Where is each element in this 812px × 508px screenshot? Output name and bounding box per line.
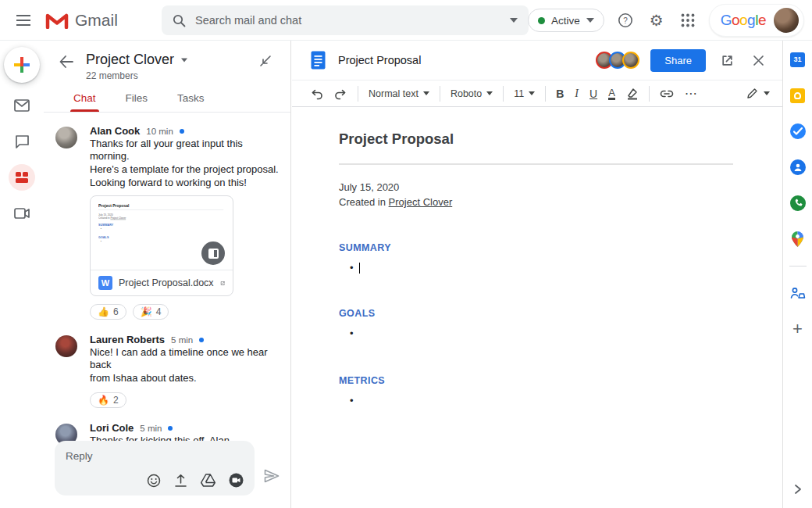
svg-text:?: ? [623, 16, 628, 25]
message-lauren-roberts: Lauren Roberts 5 min Nice! I can add a t… [55, 334, 280, 408]
status-caret-icon [586, 18, 594, 23]
undo-icon[interactable] [304, 84, 329, 103]
insert-link-icon[interactable] [654, 84, 679, 103]
close-icon[interactable] [748, 50, 768, 70]
reaction-chip[interactable]: 🔥 2 [90, 392, 126, 408]
doc-panel: Project Proposal Share Norma [292, 41, 782, 508]
tasks-icon[interactable] [789, 122, 807, 141]
message-text: Thanks for all your great input this mor… [90, 138, 280, 163]
chat-nav-icon[interactable] [9, 128, 35, 155]
apps-grid-icon[interactable] [678, 10, 698, 30]
doc-toolbar: Normal text Roboto 11 B I U A ⋯ [292, 80, 782, 107]
hide-side-panel-chevron-icon[interactable] [792, 483, 803, 499]
doc-date: July 15, 2020 [339, 180, 782, 195]
document-preview-thumbnail[interactable]: Project Proposal July 15, 2020 Created i… [91, 196, 233, 270]
redo-icon[interactable] [329, 84, 353, 103]
doc-title: Project Proposal [338, 54, 596, 66]
open-in-new-icon[interactable] [220, 277, 225, 289]
font-size-selector[interactable]: 11 [508, 84, 540, 103]
font-selector[interactable]: Roboto [445, 84, 498, 103]
attachment-filename: Project Proposal.docx [119, 277, 214, 288]
avatar[interactable] [622, 52, 639, 69]
section-goals: GOALS • [339, 308, 782, 339]
gmail-m-icon [45, 11, 69, 29]
text-color-button[interactable]: A [603, 84, 621, 103]
section-title: METRICS [339, 375, 782, 386]
drive-icon[interactable] [201, 474, 215, 487]
attachment-footer[interactable]: W Project Proposal.docx [91, 270, 233, 295]
section-summary: SUMMARY • [339, 242, 782, 274]
heading-divider [339, 163, 733, 165]
tab-tasks[interactable]: Tasks [177, 92, 205, 112]
keep-icon[interactable] [789, 86, 807, 105]
doc-body[interactable]: Project Proposal July 15, 2020 Created i… [292, 107, 782, 406]
google-docs-icon [311, 51, 326, 70]
mail-nav-icon[interactable] [9, 92, 35, 119]
status-selector[interactable]: Active [528, 9, 604, 32]
text-cursor [359, 263, 361, 274]
back-arrow-icon[interactable] [59, 55, 73, 71]
more-options-icon[interactable]: ⋯ [679, 84, 704, 103]
collapse-icon[interactable] [259, 55, 272, 70]
calendar-icon[interactable]: 31 [789, 50, 807, 69]
upload-icon[interactable] [174, 474, 187, 488]
paragraph-style-selector[interactable]: Normal text [363, 84, 435, 103]
side-panel-rail: 31 + [782, 41, 812, 508]
topbar-actions: Active ? ⚙ Google [528, 0, 804, 41]
message-text: Nice! I can add a timeline once we hear … [90, 346, 280, 371]
hamburger-menu-icon[interactable] [6, 3, 41, 38]
reply-input[interactable]: Reply [55, 441, 255, 495]
compose-button[interactable] [4, 47, 40, 83]
pencil-icon [746, 88, 758, 99]
message-text: Looking forward to working on this! [90, 177, 280, 189]
doc-header: Project Proposal Share [292, 41, 782, 80]
reply-placeholder: Reply [66, 450, 244, 462]
gmail-app: Gmail Search mail and chat Active ? ⚙ [0, 0, 812, 508]
share-button[interactable]: Share [650, 49, 706, 72]
message-author: Alan Cook [90, 125, 140, 137]
avatar[interactable] [55, 127, 77, 148]
people-laptop-icon[interactable] [789, 284, 807, 302]
help-icon[interactable]: ? [615, 10, 636, 30]
mini-doc-preview: Project Proposal July 15, 2020 Created i… [98, 203, 223, 242]
reaction-count: 4 [156, 306, 162, 317]
emoji-icon[interactable] [147, 474, 161, 488]
editing-mode-selector[interactable] [746, 88, 770, 99]
room-link[interactable]: Project Clover [389, 196, 453, 208]
section-metrics: METRICS • [339, 375, 782, 406]
search-bar[interactable]: Search mail and chat [162, 5, 529, 35]
search-options-caret-icon[interactable] [510, 18, 518, 23]
tab-chat[interactable]: Chat [73, 92, 96, 112]
bold-button[interactable]: B [550, 84, 569, 103]
contacts-icon[interactable] [789, 158, 807, 177]
word-doc-icon: W [98, 276, 112, 290]
underline-button[interactable]: U [584, 84, 603, 103]
room-title-menu[interactable]: Project Clover [86, 52, 188, 68]
bullet-item[interactable]: • [350, 262, 782, 274]
open-in-new-icon[interactable] [717, 50, 737, 70]
user-avatar[interactable] [774, 8, 799, 33]
tab-files[interactable]: Files [126, 92, 148, 112]
meet-video-nav-icon[interactable] [9, 200, 35, 227]
send-icon[interactable] [264, 469, 280, 486]
account-chip[interactable]: Google [709, 4, 804, 37]
bullet-item[interactable]: • [350, 395, 782, 406]
video-meeting-icon[interactable] [229, 473, 244, 488]
search-icon [173, 14, 186, 27]
reaction-chip[interactable]: 👍 6 [90, 304, 126, 320]
document-attachment-card[interactable]: Project Proposal July 15, 2020 Created i… [90, 195, 233, 296]
voice-icon[interactable] [789, 194, 807, 213]
rooms-nav-icon[interactable] [9, 164, 35, 191]
avatar[interactable] [55, 335, 77, 357]
reaction-chip[interactable]: 🎉 4 [133, 304, 169, 320]
message-text: from Ishaa about dates. [90, 372, 280, 385]
message-list: Alan Cook 10 min Thanks for all your gre… [44, 113, 290, 460]
italic-button[interactable]: I [569, 84, 584, 103]
highlight-button[interactable] [621, 84, 644, 103]
gmail-logo[interactable]: Gmail [45, 11, 118, 30]
add-addon-icon[interactable]: + [789, 320, 807, 338]
maps-icon[interactable] [789, 230, 807, 249]
open-split-view-icon[interactable] [201, 241, 225, 265]
settings-gear-icon[interactable]: ⚙ [646, 10, 667, 30]
bullet-item[interactable]: • [350, 327, 782, 339]
